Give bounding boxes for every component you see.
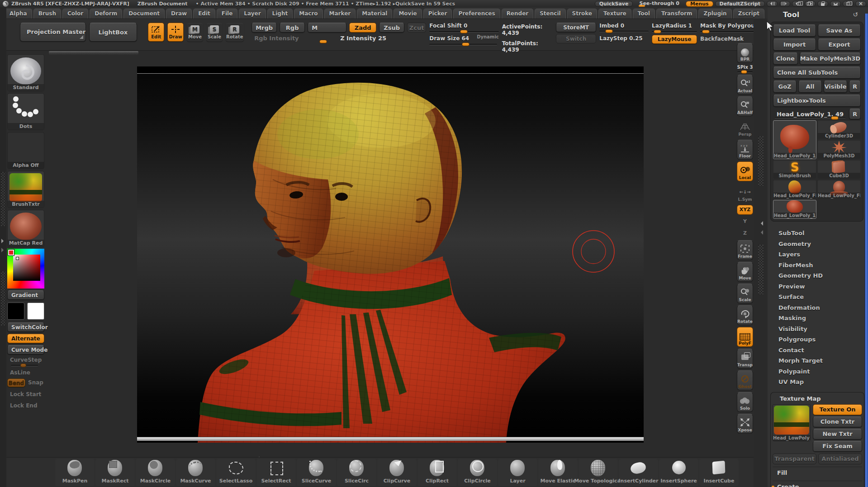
menu-tab[interactable]: Stroke <box>567 9 597 19</box>
rgb-intensity-slider[interactable]: Rgb Intensity <box>254 35 299 42</box>
menu-tab[interactable]: Draw <box>166 9 192 19</box>
lock-icon[interactable] <box>817 1 828 7</box>
z-intensity-handle[interactable] <box>319 40 327 43</box>
tool-thumb-polymesh3d[interactable]: PolyMesh3D <box>817 140 861 159</box>
texture-on-button[interactable]: Texture On <box>813 404 862 415</box>
current-stroke-thumbnail[interactable]: Dots <box>7 93 44 130</box>
minimize-icon[interactable] <box>830 1 841 7</box>
left-tray-arrow-icon[interactable] <box>1 239 6 243</box>
create-subsection[interactable]: Create <box>773 481 862 487</box>
restore-icon[interactable] <box>843 1 854 7</box>
menu-tab[interactable]: Document <box>123 9 165 19</box>
actual-size-button[interactable]: x1 Actual <box>737 75 753 95</box>
brush-slicecirc[interactable]: SliceCirc <box>337 459 376 486</box>
save-as-button[interactable]: Save As <box>818 24 861 37</box>
menu-tab[interactable]: Light <box>267 9 293 19</box>
tool-section-header[interactable]: Visibility <box>768 324 868 335</box>
brush-maskpen[interactable]: MaskPen <box>55 459 95 486</box>
curve-mode-button[interactable]: Curve Mode <box>7 345 44 355</box>
current-alpha-thumbnail[interactable]: Alpha Off <box>7 132 44 169</box>
prev-palette-icon[interactable] <box>792 1 803 7</box>
menu-tab[interactable]: Deform <box>90 9 122 19</box>
load-tool-button[interactable]: Load Tool <box>773 24 816 37</box>
rotate-viewport-button[interactable]: Rotate <box>737 305 753 325</box>
tool-name-slider[interactable]: Head_LowPoly_1. 49 <box>773 109 847 119</box>
tool-section-header[interactable]: Polypaint <box>768 366 868 377</box>
fill-subsection[interactable]: Fill <box>773 467 862 478</box>
menu-tab[interactable]: Transform <box>656 9 697 19</box>
clone-txtr-button[interactable]: Clone Txtr <box>813 416 862 427</box>
switch-button[interactable]: Switch <box>556 34 596 43</box>
sym-xyz-button[interactable]: XYZ <box>737 205 753 215</box>
brush-slicecurve[interactable]: SliceCurve <box>297 459 336 486</box>
saturation-value-square[interactable] <box>13 255 40 281</box>
right-tray-arrow-icon[interactable] <box>759 221 763 226</box>
tool-section-header[interactable]: Masking <box>768 313 868 324</box>
current-texture-thumbnail[interactable]: BrushTxtr <box>7 171 44 208</box>
rot-z-button[interactable]: Z <box>737 228 753 238</box>
aahalf-button[interactable]: AAHalf <box>737 96 753 116</box>
storemt-button[interactable]: StoreMT <box>556 23 596 32</box>
tool-section-header[interactable]: Deformation <box>768 303 868 313</box>
polyframe-button[interactable]: PolyF <box>737 327 753 347</box>
menu-tab[interactable]: Edit <box>193 9 215 19</box>
tool-section-header[interactable]: FiberMesh <box>768 260 868 271</box>
menu-tab[interactable]: Macro <box>294 9 323 19</box>
gradient-button[interactable]: Gradient <box>7 290 44 300</box>
tool-thumb-head-fin-1[interactable]: Head_LowPoly_Fin. <box>773 180 816 199</box>
bend-button[interactable]: Bend <box>7 378 25 387</box>
left-tray-handle[interactable] <box>0 0 6 487</box>
texture-map-thumbnail[interactable]: Head_LowPoly_1 <box>773 404 811 441</box>
bpr-render-button[interactable]: BPR <box>737 43 753 63</box>
tool-section-header[interactable]: UV Map <box>768 377 868 388</box>
secondary-color-swatch[interactable] <box>27 303 44 320</box>
brush-selectrect[interactable]: SelectRect <box>256 459 296 486</box>
tool-section-header[interactable]: Surface <box>768 292 868 303</box>
lock-end-button[interactable]: Lock End <box>7 402 46 410</box>
brush-clipcircle[interactable]: ClipCircle <box>458 459 497 486</box>
z-intensity-slider[interactable]: Z Intensity 25 <box>340 35 386 42</box>
rot-y-button[interactable]: Y <box>737 217 753 227</box>
rotate-mode-button[interactable]: R Rotate <box>226 23 244 42</box>
alternate-button[interactable]: Alternate <box>7 334 44 343</box>
goz-visible-button[interactable]: Visible <box>824 80 847 93</box>
quicksave-button[interactable]: QuickSave <box>595 1 633 7</box>
tool-thumb-head-lowpoly-small[interactable]: Head_LowPoly_1 <box>773 200 816 219</box>
asline-button[interactable]: AsLine <box>7 369 46 377</box>
lazystep-slider[interactable]: LazyStep 0.25 <box>599 35 649 43</box>
tool-section-header[interactable]: Layers <box>768 249 868 260</box>
draw-size-slider[interactable]: Draw Size 64 Dynamic <box>429 35 498 45</box>
menu-tab[interactable]: File <box>217 9 238 19</box>
transparent-button[interactable]: Transparent <box>773 454 816 464</box>
focal-shift-slider[interactable]: Focal Shift 0 <box>429 23 498 33</box>
fix-seam-button[interactable]: Fix Seam <box>813 441 862 452</box>
imbed-slider[interactable]: Imbed 0 <box>599 23 649 32</box>
move-mode-button[interactable]: M Move <box>187 23 203 42</box>
menu-tab[interactable]: Zscript <box>733 9 764 19</box>
floor-button[interactable]: x y z Floor <box>737 140 753 160</box>
menu-tab[interactable]: Color <box>62 9 88 19</box>
scale-viewport-button[interactable]: Scale <box>737 284 753 303</box>
tool-thumb-cylinder3d[interactable]: Cylinder3D <box>817 120 861 139</box>
tool-r-button[interactable]: R <box>849 109 861 119</box>
mrgb-button[interactable]: Mrgb <box>251 23 277 33</box>
menu-tab[interactable]: Tool <box>633 9 655 19</box>
tool-section-header[interactable]: Morph Target <box>768 355 868 366</box>
tool-section-header[interactable]: Preview <box>768 281 868 292</box>
tool-section-header[interactable]: Polygroups <box>768 334 868 345</box>
lazymouse-button[interactable]: LazyMouse <box>652 35 697 44</box>
next-palette-icon[interactable] <box>805 1 816 7</box>
right-tray-toggle-icon[interactable] <box>779 1 790 7</box>
right-tray-arrow2-icon[interactable] <box>759 230 763 235</box>
lazyradius-slider[interactable]: LazyRadius 1 <box>652 23 697 33</box>
brush-maskcurve[interactable]: MaskCurve <box>176 459 215 486</box>
goz-button[interactable]: GoZ <box>773 80 797 93</box>
clone-button[interactable]: Clone <box>773 52 798 65</box>
texture-map-title[interactable]: Texture Map <box>773 394 862 404</box>
solo-button[interactable]: Solo <box>737 392 753 412</box>
main-color-swatch[interactable] <box>7 303 24 320</box>
color-picker[interactable] <box>7 249 44 288</box>
brush-insertcube[interactable]: InsertCube <box>699 459 739 486</box>
brush-insertcylinder[interactable]: InsertCylinder <box>619 459 658 486</box>
brush-clipcurve[interactable]: ClipCurve <box>377 459 417 486</box>
